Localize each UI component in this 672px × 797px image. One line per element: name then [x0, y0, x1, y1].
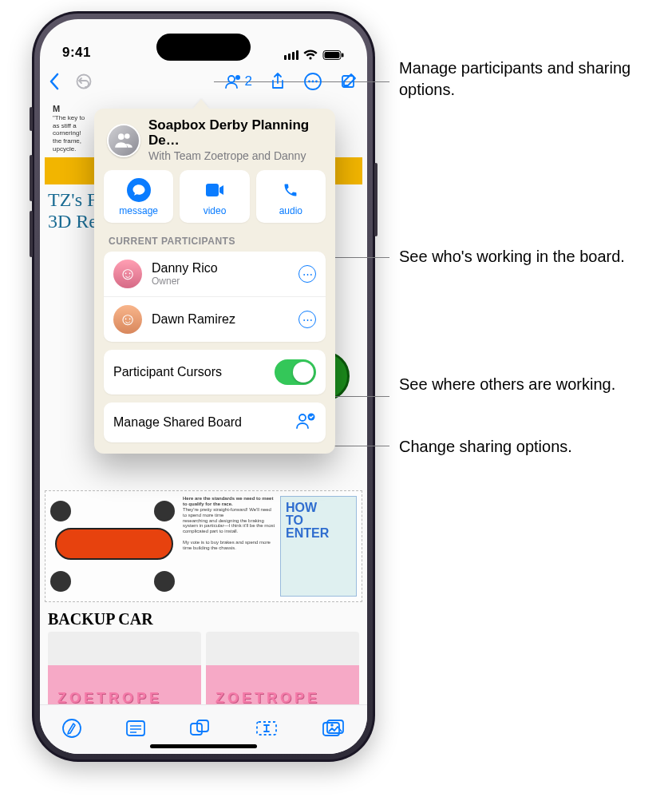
svg-point-9	[315, 81, 318, 83]
dynamic-island	[156, 34, 251, 61]
home-indicator[interactable]	[150, 744, 257, 748]
callout-text: Manage participants and sharing options.	[399, 57, 672, 101]
participant-name: Danny Rico	[152, 261, 289, 276]
svg-point-24	[330, 724, 334, 727]
participant-more-icon[interactable]: ⋯	[298, 311, 316, 328]
svg-rect-15	[127, 721, 144, 736]
manage-shared-board-button[interactable]: Manage Shared Board	[104, 402, 326, 442]
popover-title: Soapbox Derby Planning De…	[148, 118, 322, 148]
svg-point-7	[308, 81, 310, 83]
top-toolbar: 2	[40, 64, 367, 99]
sharing-popover: Soapbox Derby Planning De… With Team Zoe…	[94, 109, 335, 454]
screen: 9:41	[40, 19, 367, 754]
iphone-frame: 9:41	[32, 11, 375, 762]
participants-list: ☺ Danny Rico Owner ⋯ ☺ Dawn Ramirez ⋯	[104, 252, 326, 342]
compose-button[interactable]	[340, 72, 359, 91]
avatar: ☺	[113, 260, 142, 288]
pen-tool-button[interactable]	[61, 718, 82, 742]
message-icon	[127, 178, 151, 202]
more-button[interactable]	[303, 72, 322, 91]
svg-point-8	[312, 81, 314, 83]
video-label: video	[204, 205, 227, 216]
participant-cursors-label: Participant Cursors	[113, 365, 267, 379]
shared-board-icon	[295, 412, 316, 433]
svg-rect-1	[325, 52, 340, 58]
board-note: M"The key toas stiff acornering!the fram…	[45, 104, 89, 153]
video-button[interactable]: video	[180, 170, 249, 223]
board-howto-card: HOW TO ENTER	[280, 496, 357, 597]
cellular-signal-icon	[284, 50, 298, 60]
participants-count: 2	[245, 73, 252, 89]
callout-text: See where others are working.	[399, 374, 615, 395]
undo-button[interactable]	[75, 73, 93, 90]
participant-cursors-toggle[interactable]	[275, 359, 316, 385]
phone-side-button	[30, 211, 33, 257]
participants-button[interactable]: 2	[224, 73, 252, 90]
shapes-button[interactable]	[189, 719, 211, 741]
video-icon	[203, 178, 227, 202]
participants-section-label: CURRENT PARTICIPANTS	[104, 232, 326, 252]
popover-subtitle: With Team Zoetrope and Danny	[148, 149, 322, 162]
battery-icon	[322, 50, 345, 61]
participant-more-icon[interactable]: ⋯	[298, 265, 316, 283]
phone-side-button	[30, 107, 33, 131]
share-button[interactable]	[270, 72, 286, 91]
avatar: ☺	[113, 305, 142, 334]
message-label: message	[119, 205, 158, 216]
popover-caret	[193, 99, 209, 109]
participant-role: Owner	[152, 276, 289, 287]
phone-side-button	[30, 155, 33, 201]
sticky-note-button[interactable]	[125, 720, 146, 740]
svg-point-5	[235, 75, 240, 80]
status-time: 9:41	[62, 45, 91, 61]
participant-name: Dawn Ramirez	[152, 312, 289, 327]
phone-side-button	[374, 163, 378, 236]
group-avatar-icon	[107, 124, 140, 157]
svg-point-12	[299, 414, 306, 421]
message-button[interactable]: message	[104, 170, 173, 223]
svg-rect-19	[191, 724, 202, 735]
participant-row[interactable]: ☺ Danny Rico Owner ⋯	[104, 252, 326, 296]
board-car-sketch	[50, 496, 178, 597]
callout-text: Change sharing options.	[399, 436, 572, 458]
svg-point-4	[228, 76, 235, 82]
manage-shared-board-label: Manage Shared Board	[113, 415, 287, 430]
board-sketch-text: Here are the standards we need to meet t…	[183, 496, 275, 597]
audio-label: audio	[279, 205, 302, 216]
media-button[interactable]	[322, 719, 346, 741]
svg-rect-11	[206, 184, 219, 196]
board-backup-section: BACKUP CAR	[48, 610, 359, 704]
back-button[interactable]	[48, 73, 61, 90]
svg-rect-20	[197, 720, 208, 732]
board-sketch-panel: Here are the standards we need to meet t…	[45, 490, 362, 602]
callout-text: See who's working in the board.	[399, 246, 625, 268]
board-backup-photo	[48, 632, 201, 704]
wifi-icon	[303, 50, 318, 61]
board-backup-title: BACKUP CAR	[48, 610, 359, 632]
phone-icon	[279, 178, 302, 202]
participant-cursors-row[interactable]: Participant Cursors	[104, 350, 326, 395]
board-backup-photo	[206, 632, 359, 704]
text-box-button[interactable]	[255, 720, 279, 740]
svg-point-14	[63, 720, 81, 737]
audio-button[interactable]: audio	[256, 170, 326, 223]
participant-row[interactable]: ☺ Dawn Ramirez ⋯	[104, 296, 326, 342]
svg-rect-2	[342, 54, 344, 57]
